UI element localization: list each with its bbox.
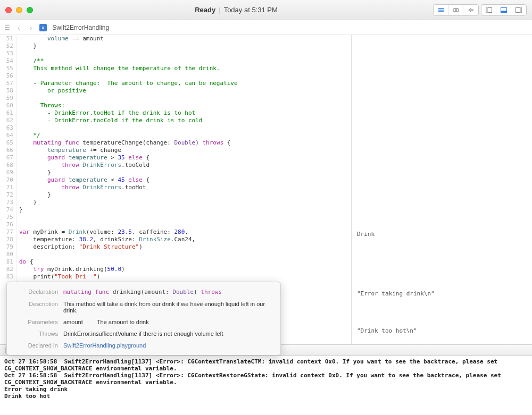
line-number: 83 (0, 273, 13, 281)
code-line[interactable]: guard temperature < 45 else { (19, 176, 351, 184)
line-number: 78 (0, 236, 13, 243)
nav-forward-icon[interactable]: › (28, 23, 35, 32)
result-row (357, 298, 527, 305)
line-number: 73 (0, 199, 13, 206)
code-line[interactable]: throw DrinkErrors.tooCold (19, 162, 351, 169)
code-line[interactable]: mutating func temperatureChange(change: … (19, 139, 351, 147)
result-row (357, 238, 527, 245)
line-number: 75 (0, 214, 13, 221)
result-row (357, 223, 527, 231)
editor-assistant-icon[interactable] (448, 5, 463, 15)
editor-standard-icon[interactable] (434, 5, 448, 15)
editor-version-icon[interactable] (463, 5, 478, 15)
code-line[interactable]: } (19, 169, 351, 176)
line-number: 62 (0, 117, 13, 124)
code-line[interactable]: volume -= amount (19, 35, 351, 43)
console-line: Drink too hot (4, 393, 528, 400)
result-row (357, 52, 527, 60)
panel-left-icon[interactable] (481, 5, 496, 15)
title-status: Ready | Today at 5:31 PM (39, 6, 433, 14)
result-row (357, 89, 527, 97)
code-line[interactable]: } (19, 191, 351, 199)
nav-back-icon[interactable]: ‹ (15, 23, 22, 32)
line-number: 58 (0, 87, 13, 95)
result-row (357, 126, 527, 134)
result-row (357, 37, 527, 45)
line-number: 79 (0, 243, 13, 251)
code-line[interactable]: temperature: 38.2, drinkSize: DrinkSize.… (19, 236, 351, 243)
window-controls (5, 7, 33, 13)
result-row (357, 342, 527, 350)
code-line[interactable]: This method will change the temperature … (19, 65, 351, 72)
popover-declaredin-link[interactable]: Swift2ErrorHandling.playground (63, 342, 273, 349)
console-line: Oct 27 16:58:58 Swift2ErrorHandling[1137… (4, 358, 528, 372)
line-number: 65 (0, 139, 13, 147)
jump-bar: ☰ ‹ › s Swift2ErrorHandling (0, 20, 532, 35)
code-line[interactable] (19, 214, 351, 221)
console-line: Oct 27 16:58:58 Swift2ErrorHandling[1137… (4, 372, 528, 386)
popover-params-value: amount The amount to drink (63, 319, 273, 325)
result-row (357, 74, 527, 82)
line-number: 63 (0, 124, 13, 132)
code-line[interactable]: do { (19, 258, 351, 266)
code-line[interactable]: guard temperature > 35 else { (19, 154, 351, 162)
code-line[interactable] (19, 50, 351, 57)
line-number: 67 (0, 154, 13, 162)
line-number: 64 (0, 132, 13, 139)
line-number: 53 (0, 50, 13, 57)
result-row: "Drink too hot\n" (357, 327, 527, 335)
result-row (357, 350, 527, 357)
result-row (357, 82, 527, 89)
result-row (357, 201, 527, 208)
close-icon[interactable] (5, 7, 12, 13)
line-number: 82 (0, 266, 13, 273)
line-number: 59 (0, 95, 13, 102)
line-number: 68 (0, 162, 13, 169)
code-line[interactable] (19, 95, 351, 102)
result-row (357, 141, 527, 149)
code-line[interactable]: - Parameter change: The amount to change… (19, 80, 351, 87)
code-line[interactable]: try myDrink.drinking(50.0) (19, 266, 351, 273)
code-line[interactable]: } (19, 206, 351, 214)
results-sidebar: Drink"Error taking drink\n""Drink too ho… (351, 35, 532, 344)
code-line[interactable]: or positive (19, 87, 351, 95)
panel-bottom-icon[interactable] (496, 5, 511, 15)
line-number: 57 (0, 80, 13, 87)
result-row (357, 275, 527, 283)
line-number: 72 (0, 191, 13, 199)
related-items-icon[interactable]: ☰ (4, 24, 10, 31)
code-line[interactable]: throw DrinkErrors.tooHot (19, 184, 351, 191)
code-line[interactable]: print("Took Dri ") (19, 273, 351, 281)
line-number: 60 (0, 102, 13, 109)
code-line[interactable]: } (19, 43, 351, 50)
code-line[interactable]: */ (19, 132, 351, 139)
result-row (357, 253, 527, 260)
console-output[interactable]: Oct 27 16:58:58 Swift2ErrorHandling[1137… (0, 356, 532, 414)
panel-right-icon[interactable] (511, 5, 526, 15)
code-line[interactable]: description: "Drink Structure") (19, 243, 351, 251)
code-line[interactable]: var myDrink = Drink(volume: 23.5, caffei… (19, 228, 351, 236)
line-number: 52 (0, 43, 13, 50)
result-row (357, 216, 527, 223)
code-line[interactable]: temperature += change (19, 147, 351, 154)
code-line[interactable] (19, 124, 351, 132)
code-line[interactable]: /** (19, 57, 351, 65)
result-row (357, 208, 527, 216)
code-line[interactable] (19, 72, 351, 80)
code-line[interactable]: - Throws: (19, 102, 351, 109)
popover-throws-label: Throws (14, 331, 63, 337)
code-line[interactable]: } (19, 199, 351, 206)
result-row (357, 67, 527, 74)
line-number: 81 (0, 258, 13, 266)
line-number: 54 (0, 57, 13, 65)
result-row: "Error taking drink\n" (357, 290, 527, 298)
line-number: 71 (0, 184, 13, 191)
build-time: Today at 5:31 PM (224, 6, 278, 14)
code-line[interactable] (19, 251, 351, 258)
zoom-icon[interactable] (27, 7, 33, 13)
minimize-icon[interactable] (16, 7, 22, 13)
code-line[interactable]: - DrinkError.tooHot if the drink is to h… (19, 109, 351, 117)
code-line[interactable] (19, 221, 351, 228)
file-name[interactable]: Swift2ErrorHandling (52, 24, 109, 31)
code-line[interactable]: - DrinkError.tooCold if the drink is to … (19, 117, 351, 124)
